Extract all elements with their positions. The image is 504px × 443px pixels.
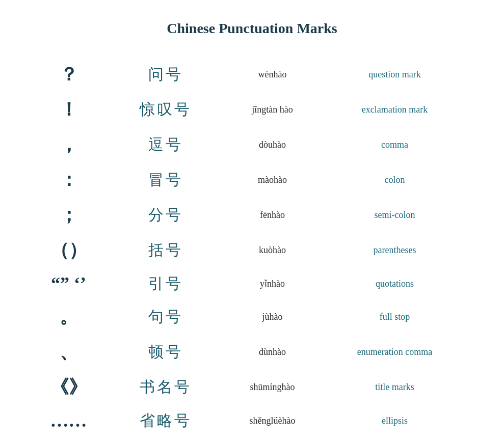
- table-row: （）括号kuòhàoparentheses: [23, 233, 482, 268]
- pinyin-cell: kuòhào: [217, 245, 329, 256]
- pinyin-cell: wènhào: [217, 69, 329, 80]
- symbol-cell: ·: [23, 439, 115, 443]
- pinyin-cell: shěnglüèhào: [217, 416, 329, 426]
- table-row: ：冒号màohàocolon: [23, 162, 482, 198]
- chinese-cell: 问号: [115, 64, 217, 85]
- table-row: 。句号jùhàofull stop: [23, 299, 482, 335]
- symbol-cell: ：: [23, 165, 115, 195]
- symbol-cell: （）: [23, 236, 115, 265]
- chinese-cell: 句号: [115, 307, 217, 327]
- table-row: ，逗号dòuhàocomma: [23, 127, 482, 162]
- pinyin-cell: dòuhào: [217, 140, 329, 150]
- symbol-cell: ！: [23, 95, 115, 124]
- english-cell: colon: [329, 175, 461, 185]
- pinyin-cell: shūmínghào: [217, 382, 329, 393]
- table-row: ？问号wènhàoquestion mark: [23, 57, 482, 92]
- pinyin-cell: jùhào: [217, 312, 329, 322]
- symbol-cell: ；: [23, 201, 115, 230]
- chinese-cell: 引号: [115, 273, 217, 294]
- table-row: “” ‘’引号yǐnhàoquotations: [23, 268, 482, 299]
- table-row: 、顿号dùnhàoenumeration comma: [23, 335, 482, 370]
- pinyin-cell: jīngtàn hào: [217, 104, 329, 115]
- symbol-cell: ……: [23, 408, 115, 433]
- pinyin-cell: dùnhào: [217, 347, 329, 357]
- english-cell: full stop: [329, 312, 461, 322]
- english-cell: semi-colon: [329, 210, 461, 220]
- english-cell: exclamation mark: [329, 104, 461, 115]
- symbol-cell: ？: [23, 60, 115, 89]
- table-row: ……省略号shěnglüèhàoellipsis: [23, 405, 482, 436]
- english-cell: comma: [329, 140, 461, 150]
- symbol-cell: 。: [23, 302, 115, 331]
- table-row: ！惊叹号jīngtàn hàoexclamation mark: [23, 92, 482, 127]
- chinese-cell: 分号: [115, 205, 217, 226]
- punctuation-table: ？问号wènhàoquestion mark！惊叹号jīngtàn hàoexc…: [23, 57, 482, 443]
- english-cell: enumeration comma: [329, 347, 461, 357]
- symbol-cell: 、: [23, 338, 115, 367]
- english-cell: quotations: [329, 279, 461, 289]
- symbol-cell: ，: [23, 130, 115, 159]
- pinyin-cell: fēnhào: [217, 210, 329, 220]
- page-title: Chinese Punctuation Marks: [167, 20, 337, 37]
- pinyin-cell: màohào: [217, 175, 329, 185]
- chinese-cell: 惊叹号: [115, 99, 217, 120]
- chinese-cell: 括号: [115, 240, 217, 261]
- symbol-cell: 《》: [23, 373, 115, 402]
- english-cell: title marks: [329, 382, 461, 393]
- chinese-cell: 书名号: [115, 377, 217, 398]
- chinese-cell: 冒号: [115, 170, 217, 190]
- table-row: ·间隔号jiàngé hàomiddle dot: [23, 436, 482, 443]
- table-row: ；分号fēnhàosemi-colon: [23, 198, 482, 233]
- english-cell: ellipsis: [329, 416, 461, 426]
- chinese-cell: 逗号: [115, 134, 217, 155]
- english-cell: question mark: [329, 69, 461, 80]
- pinyin-cell: yǐnhào: [217, 278, 329, 289]
- table-row: 《》书名号shūmínghàotitle marks: [23, 370, 482, 405]
- chinese-cell: 顿号: [115, 342, 217, 363]
- english-cell: parentheses: [329, 245, 461, 256]
- chinese-cell: 省略号: [115, 410, 217, 431]
- symbol-cell: “” ‘’: [23, 271, 115, 296]
